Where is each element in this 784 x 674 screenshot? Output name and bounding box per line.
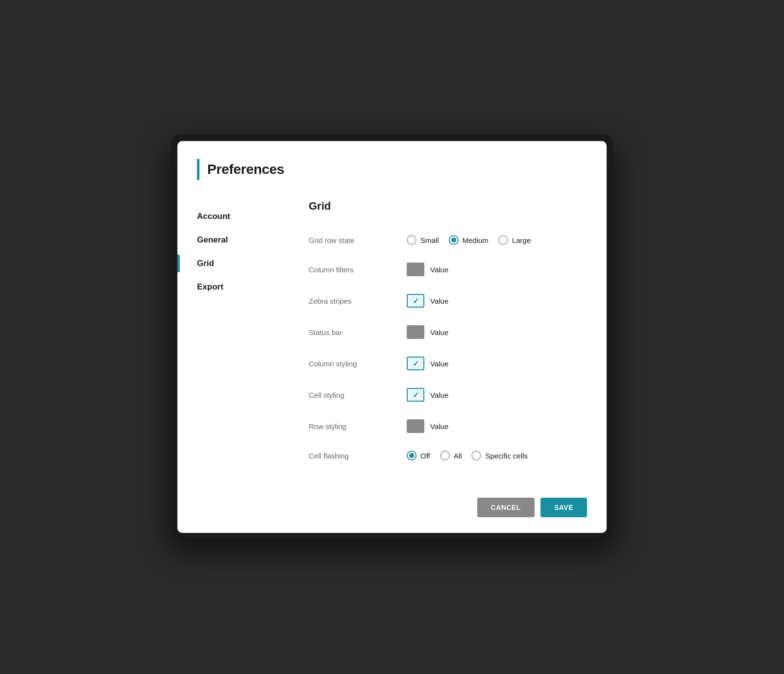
radio-option-off[interactable]: Off xyxy=(407,451,430,460)
sidebar-item-general[interactable]: General xyxy=(197,228,285,252)
dialog-body: Account General Grid Export Grid Grid ro… xyxy=(177,190,607,486)
setting-row-zebra-stripes: Zebra stripes Value xyxy=(309,285,583,316)
radio-label-small: Small xyxy=(420,236,439,244)
radio-label-all: All xyxy=(454,452,462,460)
dialog-title: Preferences xyxy=(207,162,284,177)
accent-bar xyxy=(197,159,199,180)
setting-row-grid-row-state: Grid row state Small Medium Large xyxy=(309,226,583,254)
setting-row-column-styling: Column styling Value xyxy=(309,348,583,379)
setting-row-cell-flashing: Cell flashing Off All Specific cells xyxy=(309,442,583,469)
radio-label-large: Large xyxy=(512,236,531,244)
checkbox-value-status-bar: Value xyxy=(430,328,448,337)
setting-label-status-bar: Status bar xyxy=(309,328,407,337)
section-title: Grid xyxy=(309,200,583,213)
dialog-footer: CANCEL SAVE xyxy=(177,486,607,533)
checkbox-value-column-styling: Value xyxy=(430,360,448,368)
radio-group-grid-row-state: Small Medium Large xyxy=(407,235,531,245)
radio-label-medium: Medium xyxy=(463,236,489,244)
dialog-wrapper: Preferences Account General Grid Export … xyxy=(172,135,612,539)
radio-large[interactable] xyxy=(498,235,508,245)
checkbox-box-column-filters[interactable] xyxy=(407,263,424,276)
radio-label-off: Off xyxy=(420,452,430,460)
setting-row-row-styling: Row styling Value xyxy=(309,410,583,442)
radio-option-large[interactable]: Large xyxy=(498,235,531,245)
control-column-styling: Value xyxy=(407,357,448,370)
save-button[interactable]: SAVE xyxy=(540,498,587,517)
preferences-dialog: Preferences Account General Grid Export … xyxy=(177,141,607,533)
checkbox-box-status-bar[interactable] xyxy=(407,325,424,339)
radio-option-all[interactable]: All xyxy=(440,451,462,460)
cancel-button[interactable]: CANCEL xyxy=(477,498,535,517)
radio-group-cell-flashing: Off All Specific cells xyxy=(407,451,528,460)
checkbox-status-bar[interactable]: Value xyxy=(407,325,448,339)
setting-row-cell-styling: Cell styling Value xyxy=(309,379,583,410)
radio-small[interactable] xyxy=(407,235,416,245)
checkbox-value-column-filters: Value xyxy=(430,265,448,274)
checkbox-box-cell-styling[interactable] xyxy=(407,388,424,402)
setting-label-cell-styling: Cell styling xyxy=(309,391,407,399)
setting-label-zebra-stripes: Zebra stripes xyxy=(309,297,407,305)
radio-option-medium[interactable]: Medium xyxy=(449,235,489,245)
sidebar-item-account[interactable]: Account xyxy=(197,205,285,228)
dialog-header: Preferences xyxy=(177,141,607,190)
checkbox-value-row-styling: Value xyxy=(430,422,448,431)
checkbox-zebra-stripes[interactable]: Value xyxy=(407,294,448,308)
setting-label-column-filters: Column filters xyxy=(309,265,407,274)
checkbox-box-column-styling[interactable] xyxy=(407,357,424,370)
setting-row-status-bar: Status bar Value xyxy=(309,316,583,348)
radio-all[interactable] xyxy=(440,451,450,460)
checkbox-column-styling[interactable]: Value xyxy=(407,357,448,370)
checkbox-value-zebra-stripes: Value xyxy=(430,297,448,305)
sidebar-item-export[interactable]: Export xyxy=(197,275,285,299)
checkbox-box-row-styling[interactable] xyxy=(407,419,424,433)
checkbox-cell-styling[interactable]: Value xyxy=(407,388,448,402)
checkbox-box-zebra-stripes[interactable] xyxy=(407,294,424,308)
radio-off[interactable] xyxy=(407,451,416,460)
setting-label-row-styling: Row styling xyxy=(309,422,407,431)
radio-medium[interactable] xyxy=(449,235,459,245)
radio-specific[interactable] xyxy=(471,451,481,460)
control-row-styling: Value xyxy=(407,419,448,433)
setting-label-column-styling: Column styling xyxy=(309,360,407,368)
setting-row-column-filters: Column filters Value xyxy=(309,254,583,285)
radio-label-specific: Specific cells xyxy=(485,452,528,460)
radio-option-specific[interactable]: Specific cells xyxy=(471,451,528,460)
content-area: Grid Grid row state Small Medium xyxy=(285,200,607,486)
setting-label-cell-flashing: Cell flashing xyxy=(309,452,407,460)
control-status-bar: Value xyxy=(407,325,448,339)
control-column-filters: Value xyxy=(407,263,448,276)
checkbox-value-cell-styling: Value xyxy=(430,391,448,399)
sidebar-item-grid[interactable]: Grid xyxy=(197,252,285,275)
control-cell-styling: Value xyxy=(407,388,448,402)
control-zebra-stripes: Value xyxy=(407,294,448,308)
radio-option-small[interactable]: Small xyxy=(407,235,439,245)
setting-label-grid-row-state: Grid row state xyxy=(309,236,407,244)
checkbox-column-filters[interactable]: Value xyxy=(407,263,448,276)
checkbox-row-styling[interactable]: Value xyxy=(407,419,448,433)
sidebar: Account General Grid Export xyxy=(177,200,285,486)
